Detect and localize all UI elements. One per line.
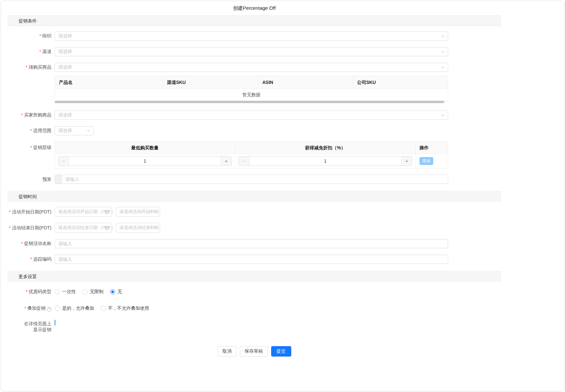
horizontal-scrollbar[interactable] [55, 101, 448, 103]
calendar-icon [105, 210, 109, 214]
tier-row: *促销层级 最低购买数量 获得减免折扣（%） 操作 − [7, 142, 501, 169]
promo-name-label: *促销活动名称 [7, 239, 51, 248]
radio-stack-yes[interactable]: 是的，允许叠加 [55, 305, 94, 311]
column-header-action: 操作 [416, 142, 448, 154]
org-select-placeholder: 请选择 [58, 33, 72, 39]
column-header-discount: 获得减免折扣（%） [235, 142, 416, 154]
chevron-down-icon [441, 50, 445, 54]
save-draft-button[interactable]: 保存草稿 [240, 346, 268, 357]
scope-select[interactable]: 请选择 [55, 126, 94, 135]
end-date-picker[interactable]: 请选择活动结束日期（PDT） [55, 223, 112, 233]
start-date-row: *活动开始日期(PDT) 请选择活动开始日期（PDT） 请选择活动开始时间 [7, 207, 501, 217]
required-mark: * [26, 289, 27, 294]
required-mark: * [24, 306, 26, 311]
plus-button[interactable]: + [401, 156, 412, 166]
show-on-detail-checkbox[interactable] [55, 320, 55, 326]
calendar-icon [105, 226, 109, 230]
section-title-conditions: 促销条件 [7, 15, 501, 26]
question-circle-icon[interactable]: ? [47, 307, 51, 312]
submit-button[interactable]: 提交 [271, 346, 291, 357]
plus-button[interactable]: + [221, 156, 231, 166]
radio-coupon-once[interactable]: 一次性 [55, 289, 76, 295]
required-mark: * [21, 113, 23, 117]
coupon-type-row: *优惠码类型 一次性 无限制 无 [7, 287, 501, 296]
section-title-more: 更多设置 [7, 271, 501, 282]
radio-circle-icon [110, 289, 115, 294]
tier-table-header: 最低购买数量 获得减免折扣（%） 操作 [55, 142, 448, 154]
column-header-min-qty: 最低购买数量 [55, 142, 235, 154]
discount-stepper: − + [239, 156, 412, 166]
radio-circle-icon [55, 289, 60, 294]
radio-label: 是的，允许叠加 [62, 305, 94, 311]
tracking-input[interactable] [55, 255, 448, 264]
radio-circle-icon [55, 306, 60, 311]
radio-label: 不，不允许叠加使用 [108, 305, 149, 311]
min-qty-input[interactable] [69, 156, 221, 166]
promo-name-input[interactable] [55, 239, 448, 248]
channel-label: *渠道 [7, 47, 51, 56]
start-date-label: *活动开始日期(PDT) [7, 207, 51, 217]
tier-table: 最低购买数量 获得减免折扣（%） 操作 − + [55, 142, 448, 169]
end-date-label: *活动结束日期(PDT) [7, 223, 51, 233]
column-header-asin: ASIN [258, 76, 353, 88]
must-buy-select-placeholder: 请选择 [58, 64, 72, 70]
must-buy-select[interactable]: 请选择 [55, 63, 448, 72]
tracking-label: *追踪编码 [7, 254, 51, 264]
channel-select-placeholder: 请选择 [58, 49, 72, 55]
required-mark: * [30, 257, 32, 262]
budget-currency-addon [55, 175, 62, 183]
bought-select[interactable]: 请选择 [55, 111, 448, 120]
radio-coupon-none[interactable]: 无 [110, 289, 122, 295]
tracking-row: *追踪编码 [7, 254, 501, 264]
column-header-product-name: 产品名 [55, 76, 163, 88]
coupon-type-label: *优惠码类型 [7, 287, 51, 296]
required-mark: * [21, 241, 23, 246]
end-time-select[interactable]: 请选择活动结束时间 [116, 223, 160, 233]
must-buy-row: *须购买商品 请选择 [7, 62, 501, 72]
create-promotion-dialog: 创建Percentage Off 促销条件 *组织 请选择 *渠道 请选择 [1, 1, 564, 391]
bought-row: *买家所购商品 请选择 [7, 110, 501, 120]
add-tier-button[interactable]: 添加 [420, 157, 433, 165]
column-header-company-sku: 公司SKU [353, 76, 448, 88]
chevron-down-icon [441, 34, 445, 38]
org-label: *组织 [7, 31, 51, 41]
chevron-down-icon [87, 129, 90, 133]
show-on-detail-row: 在详情页面上 显示促销 [7, 320, 501, 332]
radio-circle-icon [82, 289, 88, 294]
product-table: 产品名 渠道SKU ASIN 公司SKU 暂无数据 [55, 76, 448, 101]
channel-row: *渠道 请选择 [7, 47, 501, 56]
product-table-empty-text: 暂无数据 [55, 89, 448, 101]
budget-input[interactable] [62, 175, 448, 183]
discount-input[interactable] [249, 156, 402, 166]
promo-name-row: *促销活动名称 [7, 239, 501, 248]
column-header-channel-sku: 渠道SKU [163, 76, 258, 88]
start-date-picker[interactable]: 请选择活动开始日期（PDT） [55, 207, 112, 217]
tier-label: *促销层级 [7, 142, 51, 154]
minus-button[interactable]: − [239, 156, 249, 166]
required-mark: * [39, 49, 41, 54]
cancel-button[interactable]: 取消 [218, 346, 237, 357]
minus-button[interactable]: − [59, 156, 69, 166]
start-time-select[interactable]: 请选择活动开始时间 [116, 207, 160, 217]
page-title: 创建Percentage Off [7, 1, 501, 15]
required-mark: * [30, 145, 32, 150]
footer-actions: 取消 保存草稿 提交 [7, 346, 501, 357]
required-mark: * [39, 34, 41, 38]
channel-select[interactable]: 请选择 [55, 47, 448, 56]
required-mark: * [9, 210, 11, 214]
show-on-detail-label: 在详情页面上 显示促销 [7, 320, 51, 332]
end-date-row: *活动结束日期(PDT) 请选择活动结束日期（PDT） 请选择活动结束时间 [7, 223, 501, 233]
scrollbar-thumb[interactable] [55, 101, 444, 103]
radio-label: 无限制 [90, 289, 103, 295]
org-select[interactable]: 请选择 [55, 32, 448, 41]
radio-label: 一次性 [62, 289, 76, 295]
chevron-down-icon [153, 210, 157, 214]
radio-stack-no[interactable]: 不，不允许叠加使用 [101, 305, 149, 311]
required-mark: * [9, 225, 11, 230]
radio-coupon-unlimited[interactable]: 无限制 [82, 289, 103, 295]
budget-label: 预算 [7, 175, 51, 184]
required-mark: * [26, 65, 27, 70]
scope-row: *适用范围 请选择 [7, 126, 501, 135]
stack-promo-label: *叠加促销? [7, 304, 51, 313]
min-qty-stepper: − + [58, 156, 232, 166]
